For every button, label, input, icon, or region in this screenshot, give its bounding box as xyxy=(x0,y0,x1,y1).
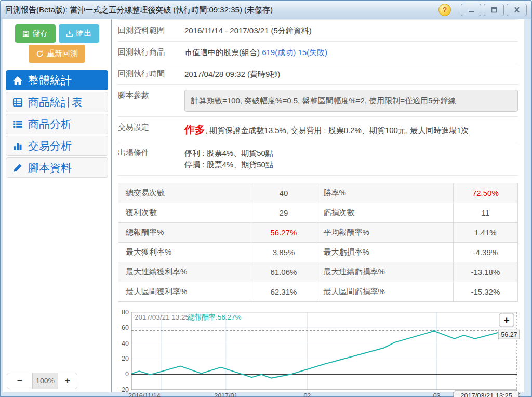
info-value: 市值適中的股票(組合) 619(成功) 15(失敗) xyxy=(184,47,518,58)
info-row: 回測執行時間2017/04/28 09:32 (費時9秒) xyxy=(118,63,518,85)
equity-chart[interactable]: 806040200-202016/11/142017/01020303/2120… xyxy=(118,309,518,397)
stat-label-cell: 最大區間虧損率% xyxy=(316,282,453,301)
end-value-label: 56.27 xyxy=(498,330,520,339)
stat-label-cell: 勝率% xyxy=(316,183,453,203)
info-label: 交易設定 xyxy=(118,122,184,133)
stat-value-cell: 56.27% xyxy=(251,222,316,242)
home-icon xyxy=(12,75,23,86)
result-link[interactable]: 15(失敗) xyxy=(298,48,327,57)
window-title: 回測報告(Beta版): 當沖一式之五分線整理後突破 (執行時間:09:32:3… xyxy=(5,5,438,15)
backtest-report-window: 回測報告(Beta版): 當沖一式之五分線整理後突破 (執行時間:09:32:3… xyxy=(0,0,532,397)
chart-svg: 806040200-202016/11/142017/01020303/2120… xyxy=(118,309,520,397)
help-button[interactable]: ? xyxy=(438,4,451,16)
list-icon xyxy=(12,119,23,129)
table-row: 最大獲利率%3.85%最大虧損率%-4.39% xyxy=(118,242,518,262)
save-button-label: 儲存 xyxy=(33,29,48,38)
stat-value-cell: -15.32% xyxy=(453,282,517,301)
y-axis-label: 60 xyxy=(122,324,129,331)
stat-label-cell: 總報酬率% xyxy=(118,222,251,242)
y-axis-label: 20 xyxy=(122,355,129,362)
stat-value-cell: 61.06% xyxy=(251,262,316,282)
minimize-button[interactable] xyxy=(461,4,481,16)
export-button-label: 匯出 xyxy=(76,29,92,38)
info-value: 2017/04/28 09:32 (費時9秒) xyxy=(184,69,518,80)
stat-value-cell: 40 xyxy=(251,183,316,203)
svg-text:56.27: 56.27 xyxy=(501,331,517,338)
info-value: 2016/11/14 - 2017/03/21 (5分鐘資料) xyxy=(184,25,518,36)
zoom-control: − 100% + xyxy=(7,373,77,389)
stat-value-cell: 11 xyxy=(453,203,517,222)
info-label: 回測資料範圍 xyxy=(118,25,184,35)
zoom-level: 100% xyxy=(32,373,58,389)
refresh-icon xyxy=(36,50,44,58)
info-text: 2016/11/14 - 2017/03/21 (5分鐘資料) xyxy=(184,26,312,35)
info-row: 交易設定作多, 期貨保證金成數13.5%, 交易費用 : 股票0.2%、期貨10… xyxy=(118,117,518,142)
info-text: 市值適中的股票(組合) xyxy=(184,48,262,57)
table-icon xyxy=(12,97,23,108)
table-row: 獲利次數29虧損次數11 xyxy=(118,203,518,222)
sidebar-item-label: 腳本資料 xyxy=(28,161,72,175)
stat-label-cell: 平均報酬率% xyxy=(316,222,453,242)
info-row: 出場條件停利 : 股票4%、期貨50點 停損 : 股票4%、期貨50點 xyxy=(118,142,518,176)
info-value: 計算期數=100, 突破幅度%=0.5, 盤整區間幅度%=2, 使用限制=僅適用… xyxy=(184,90,518,112)
sidebar-item-label: 商品分析 xyxy=(28,117,72,131)
stat-label-cell: 最大區間獲利率% xyxy=(118,282,251,301)
stat-label-cell: 虧損次數 xyxy=(316,203,453,222)
series-line xyxy=(131,330,517,378)
x-axis-label: 02 xyxy=(303,392,311,397)
export-button[interactable]: 匯出 xyxy=(59,24,99,43)
info-row: 回測執行商品市值適中的股票(組合) 619(成功) 15(失敗) xyxy=(118,42,518,63)
sidebar-item-4[interactable]: 交易分析 xyxy=(6,136,108,156)
x-axis-label: 2016/11/14 xyxy=(128,392,161,397)
window-body: 儲存匯出重新回測 整體統計商品統計表商品分析交易分析腳本資料 − 100% + … xyxy=(3,19,524,392)
info-row: 腳本參數計算期數=100, 突破幅度%=0.5, 盤整區間幅度%=2, 使用限制… xyxy=(118,85,518,117)
rerun-backtest-button[interactable]: 重新回測 xyxy=(29,45,85,63)
info-value: 作多, 期貨保證金成數13.5%, 交易費用 : 股票0.2%、期貨100元, … xyxy=(184,122,518,137)
info-text: , 期貨保證金成數13.5%, 交易費用 : 股票0.2%、期貨100元, 最大… xyxy=(205,126,469,135)
bar-chart-icon xyxy=(12,141,23,151)
y-axis-label: 80 xyxy=(122,309,129,316)
table-row: 總交易次數40勝率%72.50% xyxy=(118,183,518,203)
chart-zoom-in-button[interactable]: + xyxy=(499,313,514,327)
stat-value-cell: -13.18% xyxy=(453,262,517,282)
maximize-button[interactable] xyxy=(484,4,504,16)
info-label: 出場條件 xyxy=(118,148,184,158)
info-label: 回測執行時間 xyxy=(118,69,184,79)
y-axis-label: 40 xyxy=(122,339,129,347)
chart-tooltip: 2017/03/21 13:25 xyxy=(454,391,518,397)
result-link[interactable]: 619(成功) xyxy=(262,48,296,57)
export-icon xyxy=(66,30,73,37)
sidebar-item-label: 商品統計表 xyxy=(28,95,83,110)
y-axis-label: 0 xyxy=(125,370,129,378)
save-icon xyxy=(22,30,30,37)
close-icon xyxy=(511,6,523,14)
x-axis-label: 03 xyxy=(433,392,441,397)
info-text: 停利 : 股票4%、期貨50點 停損 : 股票4%、期貨50點 xyxy=(184,149,273,169)
plus-icon: + xyxy=(503,314,509,325)
pencil-icon xyxy=(12,163,23,173)
sidebar-item-2[interactable]: 商品統計表 xyxy=(6,92,108,112)
info-label: 回測執行商品 xyxy=(118,47,184,57)
stat-label-cell: 總交易次數 xyxy=(118,183,251,203)
sidebar-item-5[interactable]: 腳本資料 xyxy=(6,157,108,178)
info-row: 回測資料範圍2016/11/14 - 2017/03/21 (5分鐘資料) xyxy=(118,19,518,42)
maximize-icon xyxy=(488,6,500,14)
svg-text:2017/03/21 13:25: 2017/03/21 13:25 xyxy=(460,392,512,397)
close-button[interactable] xyxy=(507,4,527,16)
stat-value-cell: 1.41% xyxy=(453,222,517,242)
table-row: 最大區間獲利率%62.31%最大區間虧損率%-15.32% xyxy=(118,282,518,301)
zoom-out-button[interactable]: − xyxy=(7,373,32,389)
sidebar-item-1[interactable]: 整體統計 xyxy=(6,70,108,90)
y-axis-label: -20 xyxy=(119,386,129,393)
stat-label-cell: 最大連續獲利率% xyxy=(118,262,251,282)
sidebar-item-3[interactable]: 商品分析 xyxy=(6,114,108,134)
chart-header-metric: 總報酬率:56.27% xyxy=(188,313,242,321)
info-value: 停利 : 股票4%、期貨50點 停損 : 股票4%、期貨50點 xyxy=(184,148,518,170)
table-row: 最大連續獲利率%61.06%最大連續虧損率%-13.18% xyxy=(118,262,518,282)
stat-label-cell: 最大虧損率% xyxy=(316,242,453,262)
table-row: 總報酬率%56.27%平均報酬率%1.41% xyxy=(118,222,518,242)
stat-value-cell: 72.50% xyxy=(453,183,517,203)
zoom-in-button[interactable]: + xyxy=(58,373,77,389)
save-button[interactable]: 儲存 xyxy=(15,24,56,43)
sidebar: 儲存匯出重新回測 整體統計商品統計表商品分析交易分析腳本資料 − 100% + xyxy=(3,19,112,392)
